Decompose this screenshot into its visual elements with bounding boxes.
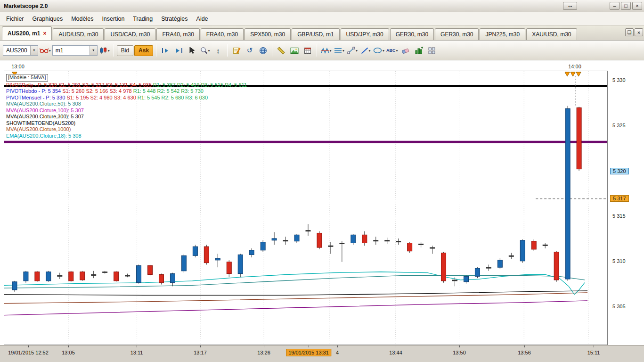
chart-type-button[interactable]: ▾ [98,44,111,57]
line-tool-button[interactable]: ▾ [359,44,372,57]
chart-tab-3[interactable]: FRA40, m30 [156,28,199,40]
time-label: 13:50 [453,350,466,355]
ask-button[interactable]: Ask [134,45,153,56]
time-tick [337,346,338,347]
top-time-label: 13:00 [11,64,24,69]
menu-item-2[interactable]: Modèles [67,13,98,25]
chart-tab-1[interactable]: AUD/USD, m30 [53,28,104,40]
chevron-down-icon: ▾ [369,49,371,53]
bid-label: Bid [121,47,129,54]
rollback-icon: ↺ [247,46,253,55]
bid-button[interactable]: Bid [117,45,133,56]
chart-tab-6[interactable]: GBP/USD, m1 [292,28,339,40]
grid-icon [428,47,435,54]
candle-body [385,240,390,241]
trendline-tool-button[interactable]: ▾ [346,44,359,57]
menu-item-4[interactable]: Trading [129,13,157,25]
candle-body [340,243,344,244]
chevron-down-icon[interactable]: ▾ [30,46,38,55]
chevron-down-icon: ▾ [342,49,344,53]
time-tick [309,346,309,347]
price-tick-label: 5 305 [612,304,626,309]
time-label-highlighted: 19/01/2015 13:31 [286,349,331,356]
chart-tab-5[interactable]: SPX500, m30 [245,28,291,40]
chart-tab-0[interactable]: AUS200, m1× [2,26,52,40]
candle-body [362,235,367,243]
close-chart-icon: × [637,30,640,35]
time-label: 13:17 [194,350,207,355]
ellipse-tool-button[interactable]: ▾ [373,44,385,57]
snapshot-button[interactable] [288,44,301,57]
text-tool-button[interactable]: ABC ▾ [386,44,399,57]
period-select[interactable]: m1 ▾ [52,45,98,56]
time-label: 13:11 [130,350,143,355]
jump-start-button[interactable] [159,44,171,57]
restore-chart-button[interactable]: ❏ [625,28,634,36]
menu-item-5[interactable]: Stratégies [157,13,192,25]
time-label: 13:05 [62,350,75,355]
symbol-select[interactable]: AUS200 ▾ [3,45,38,56]
fit-vertical-button[interactable]: ↕ [212,44,224,57]
chart-tab-7[interactable]: USD/JPY, m30 [341,28,389,40]
grid-button[interactable] [426,44,438,57]
candle-body [181,255,186,271]
menu-item-3[interactable]: Insertion [98,13,129,25]
candle-body [294,235,299,241]
histogram-button[interactable] [413,44,425,57]
candle-body [57,275,62,276]
chart-tab-10[interactable]: JPN225, m30 [480,28,525,40]
candle-body [430,247,435,248]
candle-body [69,272,73,281]
candle-body [565,108,570,279]
candle-body [306,230,310,231]
eraser-button[interactable] [399,44,412,57]
tab-label: AUD/USD, m30 [58,31,98,38]
chart-tab-8[interactable]: GER30, m30 [390,28,434,40]
price-axis[interactable]: 5 3305 3255 3205 3175 3155 3105 305 [609,60,644,345]
tab-label: GBP/USD, m1 [297,31,334,38]
minimize-button[interactable]: – [610,2,620,10]
dock-toggle-button[interactable]: ↔ [563,2,577,10]
chart-tab-2[interactable]: USD/CAD, m30 [105,28,155,40]
ruler-button[interactable] [275,44,287,57]
rollback-button[interactable]: ↺ [244,44,256,57]
pointer-tool-button[interactable] [186,44,198,57]
hline-tool-button[interactable]: ▾ [333,44,345,57]
menu-item-0[interactable]: Fichier [2,13,28,25]
chart-tab-9[interactable]: GER30, m30 [435,28,479,40]
time-tick [396,346,396,347]
close-chart-button[interactable]: × [635,28,643,36]
symbol-search-button[interactable]: ▾ [39,44,51,57]
menu-bar: FichierGraphiquesModèlesInsertionTrading… [0,12,644,25]
top-time-axis: 13:0014:00 [0,60,608,71]
close-button[interactable]: × [632,2,642,10]
chart-plot[interactable]: [Modèle : 5MVA]PIVOTDaily - P: 5 329 S1:… [4,71,608,345]
minimize-icon: – [613,3,616,8]
candle-body [46,272,51,281]
chart-tab-11[interactable]: XAU/USD, m30 [526,28,577,40]
maximize-button[interactable]: □ [621,2,631,10]
indicators-button[interactable]: ▾ [320,44,332,57]
chart-tab-4[interactable]: FRA40, m30 [201,28,244,40]
session-marker-icon [12,72,17,76]
annotate-button[interactable] [230,44,243,57]
ma-line-MVA100 [4,301,587,315]
toolbar-separator [317,44,317,57]
web-button[interactable] [257,44,269,57]
jump-end-button[interactable] [172,44,185,57]
candle-body [215,258,220,260]
time-axis[interactable]: 19/01/2015 12:5213:0513:1113:1713:2619/0… [0,345,644,362]
candle-body [80,272,85,280]
menu-item-1[interactable]: Graphiques [28,13,67,25]
time-tick [68,346,69,347]
close-tab-icon[interactable]: × [43,30,46,37]
candle-body [554,252,559,280]
session-marker-icon [565,72,570,76]
zoom-button[interactable]: ▾ [199,44,211,57]
menu-item-6[interactable]: Aide [192,13,212,25]
chevron-down-icon[interactable]: ▾ [90,46,97,55]
fit-vertical-icon: ↕ [216,47,220,55]
toolbar-separator [156,44,156,57]
calendar-button[interactable] [302,44,314,57]
line-icon [361,47,368,54]
